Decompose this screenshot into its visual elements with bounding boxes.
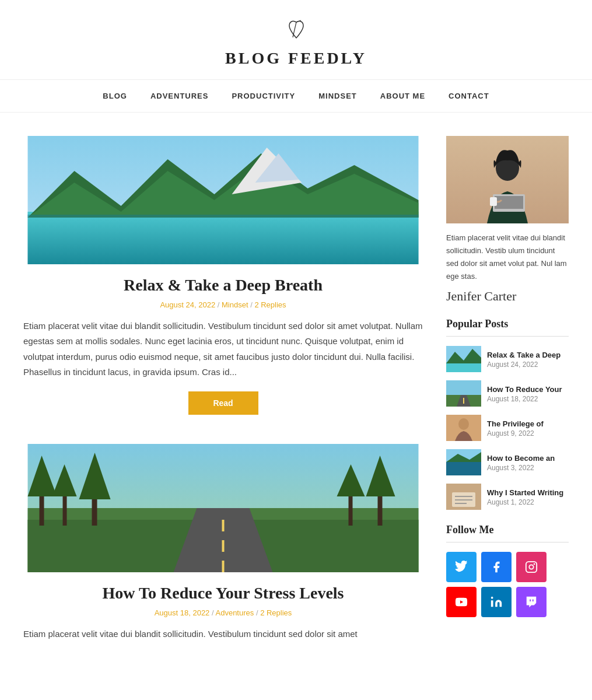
follow-divider <box>446 542 569 542</box>
post-1-excerpt: Etiam placerat velit vitae dui blandit s… <box>23 318 423 380</box>
post-1-title: Relax & Take a Deep Breath <box>23 276 423 295</box>
post-2-date: August 18, 2022 <box>155 608 210 617</box>
popular-post-2-info: How To Reduce Your August 18, 2022 <box>487 384 562 403</box>
popular-post-3-image <box>446 415 481 441</box>
svg-rect-31 <box>446 362 481 372</box>
nav-about[interactable]: ABOUT ME <box>380 92 425 100</box>
svg-point-49 <box>534 564 535 565</box>
linkedin-icon[interactable] <box>481 587 512 617</box>
twitter-icon[interactable] <box>446 552 477 582</box>
popular-posts-section: Popular Posts Relax & Take a Deep August… <box>446 318 569 510</box>
popular-post-1-title: Relax & Take a Deep <box>487 350 561 360</box>
facebook-icon[interactable] <box>481 552 512 582</box>
popular-post-1-date: August 24, 2022 <box>487 360 561 369</box>
popular-post-3: The Privilege of August 9, 2022 <box>446 415 569 441</box>
popular-post-1: Relax & Take a Deep August 24, 2022 <box>446 346 569 372</box>
sidebar-author-signature: Jenifer Carter <box>446 289 569 304</box>
site-header: BLOG FEEDLY <box>0 0 592 80</box>
post-2-image <box>23 444 423 572</box>
follow-title: Follow Me <box>446 524 569 536</box>
svg-point-50 <box>491 597 493 599</box>
youtube-icon[interactable] <box>446 587 477 617</box>
svg-rect-29 <box>490 197 497 206</box>
twitch-icon[interactable] <box>516 587 547 617</box>
post-1: Relax & Take a Deep Breath August 24, 20… <box>23 136 423 415</box>
nav-productivity[interactable]: PRODUCTIVITY <box>232 92 295 100</box>
sidebar: Etiam placerat velit vitae dui blandit s… <box>446 136 569 671</box>
popular-post-4-info: How to Become an August 3, 2022 <box>487 453 555 472</box>
nav-adventures[interactable]: ADVENTURES <box>150 92 209 100</box>
svg-rect-2 <box>28 212 419 264</box>
post-1-replies: 2 Replies <box>254 300 286 309</box>
popular-post-2: How To Reduce Your August 18, 2022 <box>446 380 569 407</box>
post-1-image <box>23 136 423 264</box>
popular-post-5-date: August 1, 2022 <box>487 498 563 506</box>
popular-post-4: How to Become an August 3, 2022 <box>446 449 569 475</box>
social-icons-container <box>446 552 569 617</box>
popular-posts-divider <box>446 336 569 337</box>
svg-line-0 <box>293 22 296 37</box>
instagram-icon[interactable] <box>516 552 547 582</box>
popular-post-2-date: August 18, 2022 <box>487 395 562 403</box>
svg-rect-47 <box>526 562 537 572</box>
post-2-meta: August 18, 2022 / Adventures / 2 Replies <box>23 608 423 617</box>
popular-post-4-image <box>446 449 481 475</box>
nav-contact[interactable]: CONTACT <box>449 92 489 100</box>
post-2-category: Adventures <box>216 608 254 617</box>
popular-post-5-title: Why I Started Writing <box>487 488 563 498</box>
popular-post-3-info: The Privilege of August 9, 2022 <box>487 419 544 438</box>
post-2: How To Reduce Your Stress Levels August … <box>23 444 423 642</box>
sidebar-author-bio: Etiam placerat velit vitae dui blandit s… <box>446 232 569 283</box>
nav-mindset[interactable]: MINDSET <box>318 92 357 100</box>
post-1-read-button[interactable]: Read <box>188 391 258 415</box>
main-nav: BLOG ADVENTURES PRODUCTIVITY MINDSET ABO… <box>0 80 592 113</box>
popular-post-2-image <box>446 380 481 407</box>
popular-post-2-title: How To Reduce Your <box>487 384 562 395</box>
follow-section: Follow Me <box>446 524 569 617</box>
popular-post-1-image <box>446 346 481 372</box>
post-1-category: Mindset <box>222 300 248 309</box>
popular-post-4-title: How to Become an <box>487 453 555 464</box>
popular-posts-title: Popular Posts <box>446 318 569 330</box>
nav-blog[interactable]: BLOG <box>103 92 127 100</box>
logo-icon <box>0 18 592 46</box>
popular-post-5-image <box>446 484 481 510</box>
popular-post-5: Why I Started Writing August 1, 2022 <box>446 484 569 510</box>
post-1-date: August 24, 2022 <box>160 300 215 309</box>
popular-post-3-date: August 9, 2022 <box>487 429 544 438</box>
svg-rect-7 <box>28 215 419 218</box>
post-2-excerpt: Etiam placerat velit vitae dui blandit s… <box>23 626 423 642</box>
popular-post-4-date: August 3, 2022 <box>487 464 555 472</box>
page-container: Relax & Take a Deep Breath August 24, 20… <box>0 113 592 694</box>
post-1-meta: August 24, 2022 / Mindset / 2 Replies <box>23 300 423 309</box>
post-2-replies: 2 Replies <box>260 608 292 617</box>
popular-post-5-info: Why I Started Writing August 1, 2022 <box>487 488 563 506</box>
popular-post-1-info: Relax & Take a Deep August 24, 2022 <box>487 350 561 369</box>
svg-point-48 <box>529 565 533 569</box>
sidebar-author-image <box>446 136 569 223</box>
site-logo-text: BLOG FEEDLY <box>0 49 592 68</box>
popular-post-3-title: The Privilege of <box>487 419 544 429</box>
svg-point-38 <box>458 418 469 430</box>
main-content: Relax & Take a Deep Breath August 24, 20… <box>23 136 423 671</box>
post-2-title: How To Reduce Your Stress Levels <box>23 584 423 603</box>
svg-rect-40 <box>446 462 481 475</box>
